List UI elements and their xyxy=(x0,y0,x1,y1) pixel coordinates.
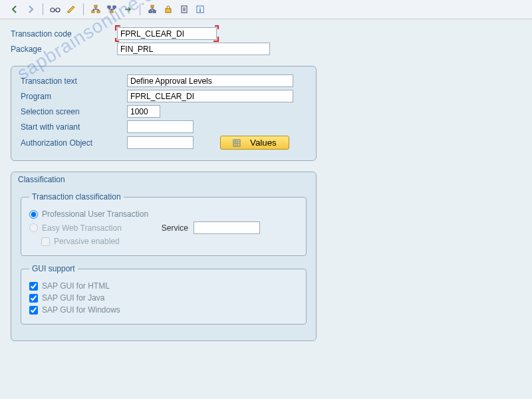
service-label: Service xyxy=(162,223,188,233)
program-label: Program xyxy=(21,92,127,101)
service-input xyxy=(194,221,260,234)
svg-rect-6 xyxy=(113,6,116,8)
info-icon[interactable]: i xyxy=(194,3,207,16)
variant-label: Start with variant xyxy=(21,122,127,132)
variant-input[interactable] xyxy=(127,120,194,133)
gui-win-label: SAP GUI for Windows xyxy=(42,305,120,315)
tree-icon[interactable] xyxy=(146,3,159,16)
edit-icon[interactable] xyxy=(65,3,78,16)
gui-java-label: SAP GUI for Java xyxy=(42,293,104,303)
tcode-input[interactable] xyxy=(117,27,217,40)
authobj-input[interactable] xyxy=(127,136,194,149)
forward-icon[interactable] xyxy=(24,3,37,16)
grid-icon xyxy=(233,139,241,147)
svg-rect-10 xyxy=(153,11,156,13)
svg-rect-9 xyxy=(149,11,152,13)
svg-rect-7 xyxy=(110,11,113,13)
svg-point-1 xyxy=(56,8,60,12)
svg-text:i: i xyxy=(200,6,201,13)
radio-easyweb xyxy=(29,223,38,232)
pervasive-checkbox xyxy=(41,237,50,246)
values-button[interactable]: Values xyxy=(220,136,289,150)
gui-java-checkbox[interactable] xyxy=(29,294,38,303)
svg-rect-2 xyxy=(94,5,97,7)
svg-rect-11 xyxy=(166,9,171,13)
lock-icon[interactable] xyxy=(162,3,175,16)
radio-easyweb-label: Easy Web Transaction xyxy=(42,223,122,233)
hierarchy-icon[interactable] xyxy=(89,3,102,16)
back-icon[interactable] xyxy=(8,3,21,16)
svg-rect-15 xyxy=(233,140,240,146)
selscreen-label: Selection screen xyxy=(21,107,127,116)
radio-professional[interactable] xyxy=(29,210,38,219)
authobj-label: Authorization Object xyxy=(21,138,127,148)
svg-rect-8 xyxy=(151,5,154,7)
classification-title: Classification xyxy=(11,172,316,187)
classification-group: Classification Transaction classificatio… xyxy=(11,172,317,341)
program-input[interactable] xyxy=(127,90,293,102)
transaction-classification-fieldset: Transaction classification Professional … xyxy=(21,192,307,256)
ttext-label: Transaction text xyxy=(21,76,127,86)
gui-html-checkbox[interactable] xyxy=(29,282,38,291)
radio-professional-label: Professional User Transaction xyxy=(42,209,148,219)
svg-rect-4 xyxy=(97,11,100,13)
gui-html-label: SAP GUI for HTML xyxy=(42,281,110,291)
glasses-icon[interactable] xyxy=(49,3,62,16)
pervasive-label: Pervasive enabled xyxy=(54,237,120,246)
tc-legend: Transaction classification xyxy=(29,192,124,201)
package-label: Package xyxy=(11,45,117,54)
gui-legend: GUI support xyxy=(29,264,78,273)
svg-point-0 xyxy=(51,8,55,12)
tcode-label: Transaction code xyxy=(11,29,117,39)
toolbar: i xyxy=(0,0,532,19)
svg-rect-5 xyxy=(108,6,110,8)
selscreen-input[interactable] xyxy=(127,105,160,118)
ttext-input[interactable] xyxy=(127,74,293,87)
svg-rect-3 xyxy=(92,11,94,13)
arrow-right-icon[interactable] xyxy=(121,3,134,16)
gui-support-fieldset: GUI support SAP GUI for HTML SAP GUI for… xyxy=(21,264,307,325)
detail-group: Transaction text Program Selection scree… xyxy=(11,66,317,161)
where-used-icon[interactable] xyxy=(105,3,118,16)
gui-win-checkbox[interactable] xyxy=(29,306,38,315)
package-input[interactable] xyxy=(117,43,270,55)
values-button-label: Values xyxy=(250,138,277,148)
doc-icon[interactable] xyxy=(178,3,191,16)
main-content: Transaction code Package Transaction tex… xyxy=(0,19,532,349)
